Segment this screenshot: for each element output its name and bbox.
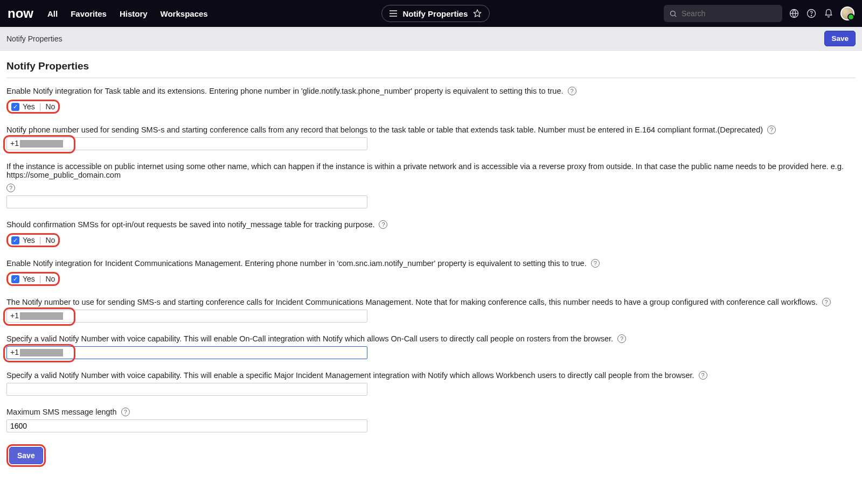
help-icon[interactable]: ?: [767, 125, 776, 134]
nav-favorites[interactable]: Favorites: [71, 9, 107, 18]
no-label: No: [45, 102, 55, 111]
oncall-number-input[interactable]: +1: [6, 346, 367, 359]
search-icon: [669, 10, 677, 18]
footer-actions: Save: [6, 444, 856, 467]
help-icon[interactable]: ?: [568, 87, 576, 95]
instance-public-name-input[interactable]: [6, 195, 367, 208]
label-text: Specify a valid Notify Number with voice…: [6, 371, 694, 380]
list-icon: [390, 10, 397, 17]
label-text: Specify a valid Notify Number with voice…: [6, 334, 613, 343]
prop-confirm-sms-tracking: Should confirmation SMSs for opt-in/out …: [6, 220, 856, 247]
redacted-icon: [20, 349, 63, 356]
help-icon[interactable]: ?: [379, 220, 387, 229]
field-row: +1: [6, 310, 856, 323]
field-row: [6, 383, 856, 396]
globe-icon[interactable]: [789, 8, 800, 19]
label-text: Should confirmation SMSs for opt-in/out …: [6, 220, 374, 229]
prop-major-incident-number: Specify a valid Notify Number with voice…: [6, 371, 856, 396]
save-highlight-ring: Save: [6, 444, 46, 467]
nav-links: All Favorites History Workspaces: [47, 9, 208, 18]
search-input[interactable]: [682, 9, 777, 18]
yesno-enable-notify-task: ✓ Yes | No: [6, 100, 60, 114]
prop-label: The Notify number to use for sending SMS…: [6, 298, 856, 306]
yesno-incident-comm: ✓ Yes | No: [6, 272, 60, 286]
divider: [6, 78, 856, 78]
label-text: Enable Notify integration for Incident C…: [6, 259, 587, 268]
bell-icon[interactable]: [823, 8, 834, 19]
title-pill-title: Notify Properties: [402, 9, 468, 18]
label-text: Enable Notify integration for Task table…: [6, 87, 564, 95]
field-row: +1: [6, 137, 856, 150]
label-text: If the instance is accessible on public …: [6, 162, 856, 179]
max-sms-length-input[interactable]: [6, 419, 367, 432]
help-icon[interactable]: ?: [591, 259, 600, 268]
label-text: Notify phone number used for sending SMS…: [6, 125, 763, 134]
value-prefix: +1: [10, 311, 19, 320]
prop-label: Enable Notify integration for Incident C…: [6, 259, 856, 268]
nav-workspaces[interactable]: Workspaces: [161, 9, 208, 18]
star-icon[interactable]: [473, 9, 482, 18]
redacted-icon: [20, 312, 63, 320]
field-row: [6, 195, 856, 208]
label-text: The Notify number to use for sending SMS…: [6, 298, 818, 306]
checkbox-icon[interactable]: ✓: [11, 103, 19, 111]
help-icon[interactable]: [806, 8, 817, 19]
avatar[interactable]: [840, 6, 854, 20]
page-title: Notify Properties: [6, 60, 856, 72]
no-label: No: [45, 236, 55, 244]
help-icon[interactable]: ?: [822, 298, 831, 306]
yes-label: Yes: [23, 275, 35, 283]
no-label: No: [45, 275, 55, 283]
yes-label: Yes: [23, 236, 35, 244]
nav-center: Notify Properties: [213, 5, 658, 22]
field-row: [6, 419, 856, 432]
task-phone-number-input[interactable]: +1: [6, 137, 367, 150]
logo[interactable]: now: [8, 6, 33, 21]
checkbox-icon[interactable]: ✓: [11, 275, 19, 283]
help-icon[interactable]: ?: [6, 184, 15, 192]
nav-right: [664, 5, 854, 22]
prop-label: Maximum SMS message length ?: [6, 408, 856, 416]
save-button-bottom[interactable]: Save: [9, 447, 43, 464]
prop-label: If the instance is accessible on public …: [6, 162, 856, 192]
prop-label: Specify a valid Notify Number with voice…: [6, 371, 856, 380]
top-nav: now All Favorites History Workspaces Not…: [0, 0, 862, 27]
redacted-icon: [20, 140, 63, 148]
prop-label: Notify phone number used for sending SMS…: [6, 125, 856, 134]
prop-oncall-number: Specify a valid Notify Number with voice…: [6, 334, 856, 359]
svg-point-9: [811, 15, 811, 16]
yes-label: Yes: [23, 102, 35, 111]
prop-enable-notify-task: Enable Notify integration for Task table…: [6, 87, 856, 114]
sub-header-title: Notify Properties: [6, 34, 62, 43]
content: Notify Properties Enable Notify integrat…: [0, 51, 862, 478]
global-search[interactable]: [664, 5, 782, 22]
major-incident-number-input[interactable]: [6, 383, 367, 396]
help-icon[interactable]: ?: [699, 371, 707, 380]
title-pill[interactable]: Notify Properties: [381, 5, 490, 22]
yesno-confirm-sms: ✓ Yes | No: [6, 233, 60, 247]
prop-instance-public-name: If the instance is accessible on public …: [6, 162, 856, 208]
help-icon[interactable]: ?: [617, 334, 626, 343]
value-prefix: +1: [10, 139, 19, 148]
svg-marker-3: [474, 10, 481, 17]
help-icon[interactable]: ?: [121, 408, 130, 416]
nav-history[interactable]: History: [120, 9, 148, 18]
prop-max-sms-length: Maximum SMS message length ?: [6, 408, 856, 432]
prop-label: Should confirmation SMSs for opt-in/out …: [6, 220, 856, 229]
value-prefix: +1: [10, 348, 19, 356]
label-text: Maximum SMS message length: [6, 408, 117, 416]
checkbox-icon[interactable]: ✓: [11, 236, 19, 244]
nav-all[interactable]: All: [47, 9, 58, 18]
sub-header: Notify Properties Save: [0, 27, 862, 51]
field-row: +1: [6, 346, 856, 359]
iam-number-input[interactable]: +1: [6, 310, 367, 323]
svg-line-5: [675, 15, 676, 17]
prop-label: Specify a valid Notify Number with voice…: [6, 334, 856, 343]
prop-enable-incident-comm: Enable Notify integration for Incident C…: [6, 259, 856, 286]
prop-label: Enable Notify integration for Task table…: [6, 87, 856, 95]
svg-point-4: [671, 11, 676, 16]
prop-task-phone-number: Notify phone number used for sending SMS…: [6, 125, 856, 150]
prop-iam-number: The Notify number to use for sending SMS…: [6, 298, 856, 323]
save-button-top[interactable]: Save: [824, 31, 856, 46]
